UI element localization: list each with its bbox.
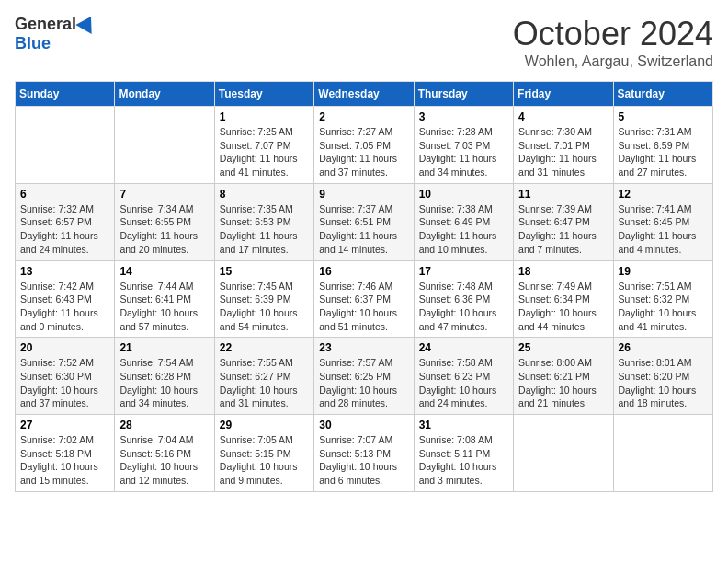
calendar-cell: 16Sunrise: 7:46 AM Sunset: 6:37 PM Dayli… bbox=[314, 260, 414, 338]
day-info: Sunrise: 7:46 AM Sunset: 6:37 PM Dayligh… bbox=[319, 280, 408, 334]
week-row-5: 27Sunrise: 7:02 AM Sunset: 5:18 PM Dayli… bbox=[16, 415, 713, 492]
day-info: Sunrise: 7:02 AM Sunset: 5:18 PM Dayligh… bbox=[20, 433, 109, 488]
calendar-cell bbox=[613, 415, 712, 492]
day-info: Sunrise: 7:08 AM Sunset: 5:11 PM Dayligh… bbox=[419, 433, 508, 488]
day-number: 15 bbox=[220, 265, 309, 278]
week-row-4: 20Sunrise: 7:52 AM Sunset: 6:30 PM Dayli… bbox=[16, 338, 713, 415]
day-info: Sunrise: 7:31 AM Sunset: 6:59 PM Dayligh… bbox=[619, 125, 708, 179]
calendar-cell: 30Sunrise: 7:07 AM Sunset: 5:13 PM Dayli… bbox=[314, 415, 414, 492]
calendar-cell: 9Sunrise: 7:37 AM Sunset: 6:51 PM Daylig… bbox=[314, 183, 414, 260]
logo: General Blue bbox=[15, 15, 97, 53]
day-number: 1 bbox=[220, 110, 309, 123]
day-number: 23 bbox=[319, 341, 408, 354]
day-info: Sunrise: 8:00 AM Sunset: 6:21 PM Dayligh… bbox=[518, 356, 608, 410]
page-header: General Blue October 2024 Wohlen, Aargau… bbox=[15, 15, 713, 70]
day-number: 13 bbox=[20, 265, 109, 278]
day-number: 16 bbox=[319, 265, 408, 278]
day-info: Sunrise: 7:45 AM Sunset: 6:39 PM Dayligh… bbox=[220, 280, 309, 334]
day-info: Sunrise: 7:27 AM Sunset: 7:05 PM Dayligh… bbox=[319, 125, 408, 179]
location-text: Wohlen, Aargau, Switzerland bbox=[513, 53, 713, 70]
day-number: 29 bbox=[220, 419, 309, 431]
calendar-cell bbox=[514, 415, 613, 492]
calendar-cell: 22Sunrise: 7:55 AM Sunset: 6:27 PM Dayli… bbox=[214, 338, 313, 415]
day-info: Sunrise: 8:01 AM Sunset: 6:20 PM Dayligh… bbox=[619, 356, 708, 410]
day-number: 4 bbox=[518, 110, 608, 123]
logo-blue-text: Blue bbox=[15, 34, 51, 53]
day-header-wednesday: Wednesday bbox=[314, 82, 414, 107]
day-number: 5 bbox=[619, 110, 708, 123]
day-number: 2 bbox=[319, 110, 408, 123]
calendar-cell: 3Sunrise: 7:28 AM Sunset: 7:03 PM Daylig… bbox=[414, 107, 513, 184]
calendar-cell: 11Sunrise: 7:39 AM Sunset: 6:47 PM Dayli… bbox=[514, 183, 613, 260]
day-header-friday: Friday bbox=[514, 82, 613, 107]
calendar-cell: 13Sunrise: 7:42 AM Sunset: 6:43 PM Dayli… bbox=[16, 260, 115, 338]
day-info: Sunrise: 7:34 AM Sunset: 6:55 PM Dayligh… bbox=[119, 202, 209, 257]
calendar-cell: 1Sunrise: 7:25 AM Sunset: 7:07 PM Daylig… bbox=[214, 107, 313, 184]
week-row-3: 13Sunrise: 7:42 AM Sunset: 6:43 PM Dayli… bbox=[16, 260, 713, 338]
day-number: 24 bbox=[419, 341, 508, 354]
day-number: 9 bbox=[319, 188, 408, 201]
calendar-cell: 19Sunrise: 7:51 AM Sunset: 6:32 PM Dayli… bbox=[613, 260, 712, 338]
day-header-tuesday: Tuesday bbox=[214, 82, 313, 107]
calendar-cell: 15Sunrise: 7:45 AM Sunset: 6:39 PM Dayli… bbox=[214, 260, 313, 338]
calendar-cell: 24Sunrise: 7:58 AM Sunset: 6:23 PM Dayli… bbox=[414, 338, 513, 415]
calendar-header-row: SundayMondayTuesdayWednesdayThursdayFrid… bbox=[16, 82, 713, 107]
calendar-cell: 26Sunrise: 8:01 AM Sunset: 6:20 PM Dayli… bbox=[613, 338, 712, 415]
day-info: Sunrise: 7:05 AM Sunset: 5:15 PM Dayligh… bbox=[220, 433, 309, 488]
calendar-cell: 29Sunrise: 7:05 AM Sunset: 5:15 PM Dayli… bbox=[214, 415, 313, 492]
calendar-cell: 10Sunrise: 7:38 AM Sunset: 6:49 PM Dayli… bbox=[414, 183, 513, 260]
day-info: Sunrise: 7:30 AM Sunset: 7:01 PM Dayligh… bbox=[518, 125, 608, 179]
day-number: 20 bbox=[20, 341, 109, 354]
day-number: 25 bbox=[518, 341, 608, 354]
day-info: Sunrise: 7:52 AM Sunset: 6:30 PM Dayligh… bbox=[20, 356, 109, 410]
day-number: 26 bbox=[619, 341, 708, 354]
day-info: Sunrise: 7:49 AM Sunset: 6:34 PM Dayligh… bbox=[518, 280, 608, 334]
calendar-cell: 23Sunrise: 7:57 AM Sunset: 6:25 PM Dayli… bbox=[314, 338, 414, 415]
day-info: Sunrise: 7:28 AM Sunset: 7:03 PM Dayligh… bbox=[419, 125, 508, 179]
calendar-cell: 31Sunrise: 7:08 AM Sunset: 5:11 PM Dayli… bbox=[414, 415, 513, 492]
calendar-cell: 20Sunrise: 7:52 AM Sunset: 6:30 PM Dayli… bbox=[16, 338, 115, 415]
calendar-cell: 8Sunrise: 7:35 AM Sunset: 6:53 PM Daylig… bbox=[214, 183, 313, 260]
day-number: 30 bbox=[319, 419, 408, 431]
day-header-monday: Monday bbox=[115, 82, 214, 107]
week-row-2: 6Sunrise: 7:32 AM Sunset: 6:57 PM Daylig… bbox=[16, 183, 713, 260]
calendar-cell: 25Sunrise: 8:00 AM Sunset: 6:21 PM Dayli… bbox=[514, 338, 613, 415]
day-info: Sunrise: 7:44 AM Sunset: 6:41 PM Dayligh… bbox=[119, 280, 209, 334]
calendar-cell: 27Sunrise: 7:02 AM Sunset: 5:18 PM Dayli… bbox=[16, 415, 115, 492]
day-info: Sunrise: 7:39 AM Sunset: 6:47 PM Dayligh… bbox=[518, 202, 608, 257]
day-number: 12 bbox=[619, 188, 708, 201]
day-info: Sunrise: 7:57 AM Sunset: 6:25 PM Dayligh… bbox=[319, 356, 408, 410]
calendar-cell: 7Sunrise: 7:34 AM Sunset: 6:55 PM Daylig… bbox=[115, 183, 214, 260]
day-number: 18 bbox=[518, 265, 608, 278]
day-number: 7 bbox=[119, 188, 209, 201]
week-row-1: 1Sunrise: 7:25 AM Sunset: 7:07 PM Daylig… bbox=[16, 107, 713, 184]
calendar-cell: 4Sunrise: 7:30 AM Sunset: 7:01 PM Daylig… bbox=[514, 107, 613, 184]
day-info: Sunrise: 7:37 AM Sunset: 6:51 PM Dayligh… bbox=[319, 202, 408, 257]
day-header-thursday: Thursday bbox=[414, 82, 513, 107]
day-number: 11 bbox=[518, 188, 608, 201]
day-info: Sunrise: 7:07 AM Sunset: 5:13 PM Dayligh… bbox=[319, 433, 408, 488]
day-info: Sunrise: 7:51 AM Sunset: 6:32 PM Dayligh… bbox=[619, 280, 708, 334]
day-number: 3 bbox=[419, 110, 508, 123]
day-number: 31 bbox=[419, 419, 508, 431]
day-number: 6 bbox=[20, 188, 109, 201]
day-number: 10 bbox=[419, 188, 508, 201]
day-number: 22 bbox=[220, 341, 309, 354]
day-number: 27 bbox=[20, 419, 109, 431]
day-info: Sunrise: 7:42 AM Sunset: 6:43 PM Dayligh… bbox=[20, 280, 109, 334]
calendar-cell bbox=[115, 107, 214, 184]
calendar-cell: 18Sunrise: 7:49 AM Sunset: 6:34 PM Dayli… bbox=[514, 260, 613, 338]
day-info: Sunrise: 7:41 AM Sunset: 6:45 PM Dayligh… bbox=[619, 202, 708, 257]
calendar-cell: 17Sunrise: 7:48 AM Sunset: 6:36 PM Dayli… bbox=[414, 260, 513, 338]
calendar-cell: 2Sunrise: 7:27 AM Sunset: 7:05 PM Daylig… bbox=[314, 107, 414, 184]
calendar-cell: 14Sunrise: 7:44 AM Sunset: 6:41 PM Dayli… bbox=[115, 260, 214, 338]
month-title: October 2024 bbox=[513, 15, 713, 53]
day-number: 21 bbox=[119, 341, 209, 354]
day-info: Sunrise: 7:55 AM Sunset: 6:27 PM Dayligh… bbox=[220, 356, 309, 410]
calendar-cell: 6Sunrise: 7:32 AM Sunset: 6:57 PM Daylig… bbox=[16, 183, 115, 260]
day-number: 19 bbox=[619, 265, 708, 278]
day-info: Sunrise: 7:32 AM Sunset: 6:57 PM Dayligh… bbox=[20, 202, 109, 257]
day-info: Sunrise: 7:38 AM Sunset: 6:49 PM Dayligh… bbox=[419, 202, 508, 257]
calendar-cell bbox=[16, 107, 115, 184]
calendar-cell: 21Sunrise: 7:54 AM Sunset: 6:28 PM Dayli… bbox=[115, 338, 214, 415]
